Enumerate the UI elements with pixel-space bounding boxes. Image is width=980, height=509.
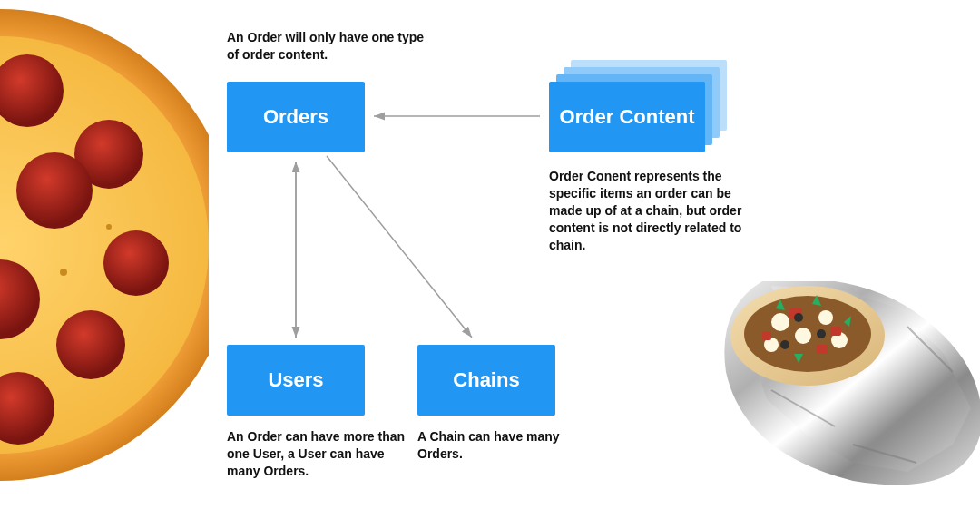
svg-point-7 xyxy=(103,230,169,296)
orders-box: Orders xyxy=(227,82,365,152)
svg-rect-25 xyxy=(762,331,771,340)
pizza-image xyxy=(0,0,209,490)
svg-rect-26 xyxy=(830,327,841,336)
order-content-caption: Order Conent represents the specific ite… xyxy=(549,168,749,253)
svg-point-19 xyxy=(795,328,811,344)
svg-point-15 xyxy=(106,224,112,230)
svg-rect-24 xyxy=(817,345,828,354)
users-caption: An Order can have more than one User, a … xyxy=(227,428,408,480)
svg-point-20 xyxy=(818,310,833,325)
svg-point-28 xyxy=(817,329,826,338)
svg-point-9 xyxy=(56,310,125,379)
svg-point-29 xyxy=(780,340,789,349)
chains-box: Chains xyxy=(417,345,555,416)
arrow-orders-to-chains xyxy=(327,156,472,338)
users-box: Users xyxy=(227,345,365,416)
svg-point-18 xyxy=(771,313,789,331)
svg-point-27 xyxy=(794,313,803,322)
chains-caption: A Chain can have many Orders. xyxy=(417,428,581,463)
svg-point-13 xyxy=(60,269,67,276)
orders-caption: An Order will only have one type of orde… xyxy=(227,29,426,64)
svg-point-6 xyxy=(16,152,93,229)
order-content-box: Order Content xyxy=(549,82,705,152)
burrito-image xyxy=(671,254,980,490)
